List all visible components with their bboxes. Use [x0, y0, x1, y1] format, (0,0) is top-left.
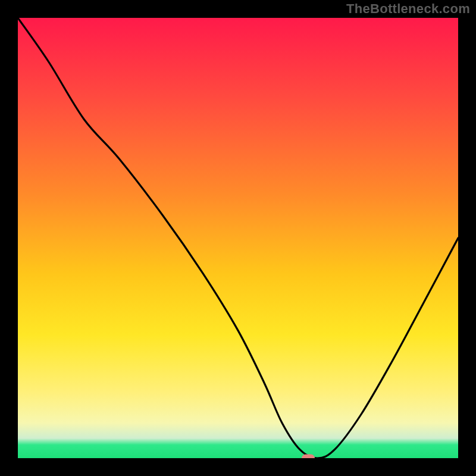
plot-area	[18, 18, 458, 458]
watermark-text: TheBottleneck.com	[346, 1, 470, 17]
marker-dot	[302, 455, 315, 459]
bottleneck-curve	[18, 18, 458, 458]
chart-frame: TheBottleneck.com	[0, 0, 476, 476]
